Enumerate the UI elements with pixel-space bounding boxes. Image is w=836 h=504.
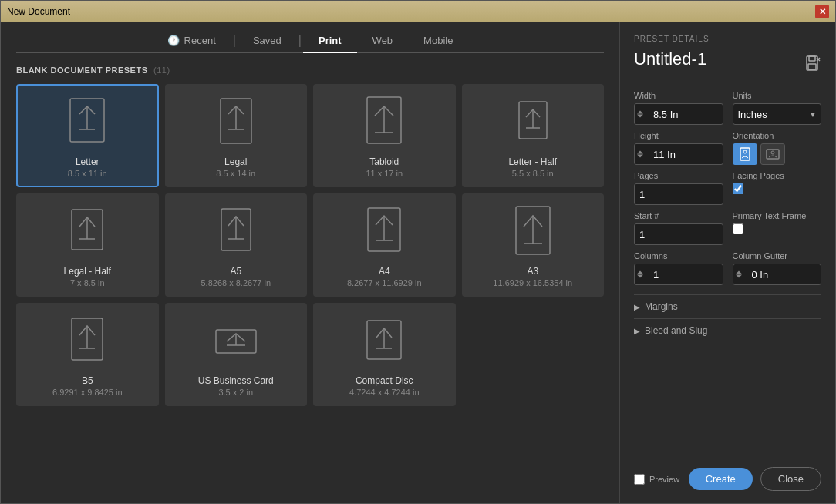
columns-up-arrow[interactable] bbox=[637, 271, 643, 274]
pages-field-group: Pages bbox=[634, 171, 723, 205]
width-label: Width bbox=[634, 91, 723, 100]
facing-pages-checkbox[interactable] bbox=[733, 183, 743, 194]
height-up-arrow[interactable] bbox=[637, 151, 643, 154]
preview-checkbox[interactable] bbox=[634, 474, 645, 485]
width-spinner[interactable] bbox=[637, 111, 643, 118]
tab-saved[interactable]: Saved bbox=[238, 29, 297, 52]
primary-text-frame-label: Primary Text Frame bbox=[733, 211, 822, 220]
preset-icon-letter bbox=[64, 95, 110, 150]
presets-grid: Letter 8.5 x 11 in Legal 8.5 x 14 bbox=[16, 84, 604, 406]
preset-name-legal: Legal bbox=[224, 156, 247, 167]
preset-size-legal: 8.5 x 14 in bbox=[216, 169, 255, 178]
start-num-label: Start # bbox=[634, 211, 723, 220]
columns-input[interactable] bbox=[634, 264, 723, 285]
pages-input[interactable] bbox=[634, 183, 723, 205]
preset-size-legal-half: 7 x 8.5 in bbox=[70, 278, 105, 287]
preset-name-tabloid: Tabloid bbox=[369, 156, 399, 167]
tab-web[interactable]: Web bbox=[357, 29, 409, 52]
pages-label: Pages bbox=[634, 171, 723, 180]
tab-divider-2: | bbox=[298, 34, 302, 48]
start-num-field-group: Start # bbox=[634, 211, 723, 245]
preset-size-letter-half: 5.5 x 8.5 in bbox=[512, 169, 554, 178]
preset-size-a3: 11.6929 x 16.5354 in bbox=[493, 278, 572, 287]
tab-divider-1: | bbox=[233, 34, 236, 48]
tab-print[interactable]: Print bbox=[303, 29, 357, 52]
orientation-field-group: Orientation bbox=[733, 131, 822, 165]
svg-rect-13 bbox=[808, 64, 816, 69]
column-gutter-input[interactable] bbox=[733, 264, 822, 285]
preset-icon-tabloid bbox=[361, 95, 407, 150]
bleed-slug-label: Bleed and Slug bbox=[645, 325, 707, 336]
save-preset-button[interactable] bbox=[804, 55, 821, 76]
preset-name-us-business-card: US Business Card bbox=[198, 375, 274, 386]
close-title-button[interactable]: ✕ bbox=[815, 5, 829, 18]
preset-size-tabloid: 11 x 17 in bbox=[366, 169, 403, 178]
preset-name-b5: B5 bbox=[82, 375, 93, 386]
orientation-label: Orientation bbox=[733, 131, 822, 140]
orientation-buttons bbox=[733, 143, 822, 165]
close-button[interactable]: Close bbox=[760, 467, 821, 491]
landscape-button[interactable] bbox=[760, 143, 785, 165]
preset-compact-disc[interactable]: Compact Disc 4.7244 x 4.7244 in bbox=[313, 303, 456, 406]
column-gutter-spinner[interactable] bbox=[736, 271, 742, 278]
columns-label: Columns bbox=[634, 251, 723, 260]
columns-spinner[interactable] bbox=[637, 271, 643, 278]
create-button[interactable]: Create bbox=[689, 468, 753, 490]
clock-icon: 🕐 bbox=[167, 35, 180, 46]
width-up-arrow[interactable] bbox=[637, 111, 643, 114]
width-down-arrow[interactable] bbox=[637, 115, 643, 118]
preset-name-letter-half: Letter - Half bbox=[508, 156, 557, 167]
portrait-button[interactable] bbox=[733, 143, 757, 165]
document-name-input[interactable] bbox=[634, 49, 804, 69]
primary-text-frame-checkbox[interactable] bbox=[733, 223, 743, 234]
height-spinner[interactable] bbox=[637, 151, 643, 158]
preset-tabloid[interactable]: Tabloid 11 x 17 in bbox=[313, 84, 456, 187]
column-gutter-up-arrow[interactable] bbox=[736, 271, 742, 274]
preset-a5[interactable]: A5 5.8268 x 8.2677 in bbox=[165, 193, 308, 297]
height-input[interactable] bbox=[634, 143, 723, 165]
preset-legal-half[interactable]: Legal - Half 7 x 8.5 in bbox=[16, 193, 159, 297]
preset-legal[interactable]: Legal 8.5 x 14 in bbox=[165, 84, 308, 187]
presets-header: BLANK DOCUMENT PRESETS (11) bbox=[16, 66, 604, 75]
dialog-title: New Document bbox=[7, 6, 70, 17]
preset-name-letter: Letter bbox=[76, 156, 99, 167]
column-gutter-label: Column Gutter bbox=[733, 251, 822, 260]
height-field-group: Height bbox=[634, 131, 723, 165]
preset-icon-a4 bbox=[361, 204, 407, 260]
units-select-wrap: Inches Centimeters Millimeters Points Pi… bbox=[733, 103, 822, 125]
preset-a3[interactable]: A3 11.6929 x 16.5354 in bbox=[462, 193, 605, 297]
preset-size-a4: 8.2677 x 11.6929 in bbox=[347, 278, 422, 287]
preset-icon-us-business-card bbox=[213, 314, 259, 369]
title-bar: New Document ✕ bbox=[1, 1, 835, 22]
bleed-slug-section[interactable]: ▶ Bleed and Slug bbox=[634, 318, 821, 342]
margins-label: Margins bbox=[645, 301, 678, 312]
right-panel: PRESET DETAILS bbox=[619, 22, 835, 503]
tab-recent[interactable]: 🕐 Recent bbox=[152, 29, 231, 52]
svg-rect-16 bbox=[740, 148, 750, 160]
preset-letter-half[interactable]: Letter - Half 5.5 x 8.5 in bbox=[462, 84, 605, 187]
preset-letter[interactable]: Letter 8.5 x 11 in bbox=[16, 84, 159, 187]
height-down-arrow[interactable] bbox=[637, 155, 643, 158]
margins-arrow-icon: ▶ bbox=[634, 303, 640, 311]
primary-text-frame-field-group: Primary Text Frame bbox=[733, 211, 822, 245]
preset-icon-a5 bbox=[213, 204, 259, 260]
preset-name-a5: A5 bbox=[230, 266, 241, 277]
column-gutter-down-arrow[interactable] bbox=[736, 275, 742, 278]
margins-section[interactable]: ▶ Margins bbox=[634, 294, 821, 318]
tab-mobile[interactable]: Mobile bbox=[408, 29, 468, 52]
units-field-group: Units Inches Centimeters Millimeters Poi… bbox=[733, 91, 822, 125]
preset-us-business-card[interactable]: US Business Card 3.5 x 2 in bbox=[165, 303, 308, 406]
units-select[interactable]: Inches Centimeters Millimeters Points Pi… bbox=[733, 103, 822, 125]
preset-size-b5: 6.9291 x 9.8425 in bbox=[52, 388, 123, 397]
preset-b5[interactable]: B5 6.9291 x 9.8425 in bbox=[16, 303, 159, 406]
width-input[interactable] bbox=[634, 103, 723, 125]
start-num-input[interactable] bbox=[634, 223, 723, 245]
facing-pages-field-group: Facing Pages bbox=[733, 171, 822, 205]
preset-a4[interactable]: A4 8.2677 x 11.6929 in bbox=[313, 193, 456, 297]
svg-point-17 bbox=[743, 150, 747, 153]
svg-rect-12 bbox=[809, 56, 815, 61]
columns-down-arrow[interactable] bbox=[637, 275, 643, 278]
preset-name-a4: A4 bbox=[379, 266, 390, 277]
preset-size-a5: 5.8268 x 8.2677 in bbox=[201, 278, 271, 287]
preset-size-letter: 8.5 x 11 in bbox=[68, 169, 107, 178]
